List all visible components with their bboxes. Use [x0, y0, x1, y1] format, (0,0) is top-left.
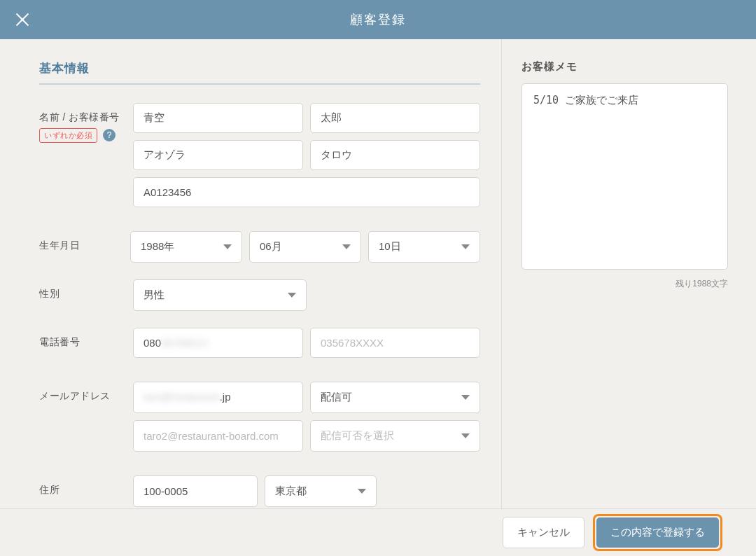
pref-value: 東京都	[275, 485, 307, 498]
section-basic-title: 基本情報	[39, 60, 480, 85]
label-phone: 電話番号	[39, 328, 133, 365]
row-name: 名前 / お客様番号 いずれか必須 ?	[39, 103, 480, 214]
left-panel: 基本情報 名前 / お客様番号 いずれか必須 ?	[0, 39, 501, 508]
input-first-kana[interactable]	[310, 140, 480, 170]
submit-button[interactable]: この内容で登録する	[596, 517, 719, 548]
email1-suffix: .jp	[220, 391, 231, 403]
phone-mobile-prefix: 080	[144, 337, 161, 349]
required-badge: いずれか必須	[39, 128, 97, 143]
label-email: メールアドレス	[39, 382, 133, 459]
birth-year-value: 1988年	[141, 240, 174, 253]
delivery2-ph: 配信可否を選択	[321, 429, 394, 443]
select-birth-month[interactable]: 06月	[249, 231, 361, 263]
select-delivery-1[interactable]: 配信可	[310, 382, 480, 413]
select-prefecture[interactable]: 東京都	[265, 475, 377, 507]
content-area: 基本情報 名前 / お客様番号 いずれか必須 ?	[0, 39, 756, 508]
input-last-name[interactable]	[133, 103, 303, 133]
right-panel: お客様メモ 残り1988文字	[501, 39, 756, 508]
row-gender: 性別 男性	[39, 279, 480, 311]
memo-textarea[interactable]	[522, 83, 728, 270]
footer: キャンセル この内容で登録する	[0, 508, 756, 556]
input-phone-landline[interactable]	[310, 328, 480, 358]
row-address: 住所 東京都	[39, 475, 480, 507]
input-customer-no[interactable]	[133, 177, 480, 207]
caret-down-icon	[461, 433, 470, 438]
label-gender: 性別	[39, 279, 133, 311]
label-name: 名前 / お客様番号 いずれか必須 ?	[39, 103, 133, 214]
select-gender[interactable]: 男性	[133, 279, 307, 311]
label-address: 住所	[39, 475, 133, 507]
caret-down-icon	[461, 244, 470, 249]
select-birth-year[interactable]: 1988年	[130, 231, 242, 263]
caret-down-icon	[358, 489, 366, 494]
row-phone: 電話番号 08006789012	[39, 328, 480, 365]
input-postal[interactable]	[133, 475, 258, 507]
row-email: メールアドレス taro@restaurant.jp 配信可 配信可否を選択	[39, 382, 480, 459]
label-birthdate: 生年月日	[39, 231, 130, 263]
phone-mobile-blurred: 06789012	[161, 337, 208, 349]
modal-title: 顧客登録	[350, 11, 406, 28]
help-icon[interactable]: ?	[103, 129, 115, 141]
input-phone-mobile[interactable]: 08006789012	[133, 328, 303, 358]
cancel-button[interactable]: キャンセル	[503, 517, 584, 548]
email1-blurred: taro@restaurant	[144, 391, 220, 403]
input-email-2[interactable]	[133, 420, 303, 452]
caret-down-icon	[342, 244, 351, 249]
section-memo-title: お客様メモ	[522, 60, 728, 74]
memo-counter: 残り1988文字	[522, 278, 728, 290]
birth-month-value: 06月	[260, 240, 282, 253]
select-delivery-2[interactable]: 配信可否を選択	[310, 420, 480, 452]
input-email-1[interactable]: taro@restaurant.jp	[133, 382, 303, 413]
caret-down-icon	[461, 395, 470, 400]
submit-highlight: この内容で登録する	[593, 514, 722, 551]
birth-day-value: 10日	[379, 240, 401, 253]
delivery1-value: 配信可	[321, 391, 352, 404]
close-icon[interactable]	[14, 11, 31, 28]
row-birthdate: 生年月日 1988年 06月 10日	[39, 231, 480, 263]
caret-down-icon	[223, 244, 232, 249]
select-birth-day[interactable]: 10日	[368, 231, 480, 263]
gender-value: 男性	[144, 289, 164, 302]
label-name-text: 名前 / お客様番号	[39, 111, 120, 123]
caret-down-icon	[288, 293, 296, 298]
input-last-kana[interactable]	[133, 140, 303, 170]
input-first-name[interactable]	[310, 103, 480, 133]
modal-header: 顧客登録	[0, 0, 756, 39]
